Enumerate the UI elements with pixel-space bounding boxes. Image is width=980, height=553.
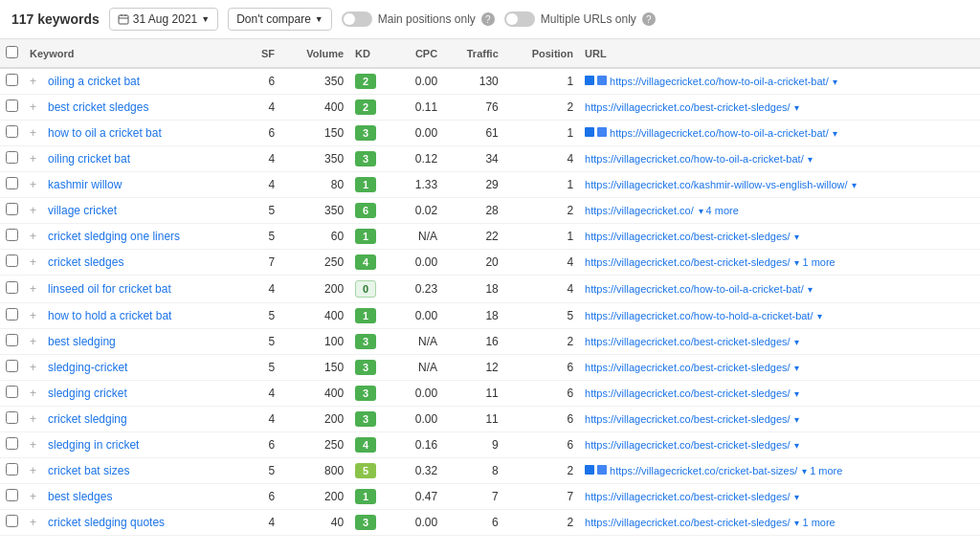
more-urls-link[interactable]: 1 more — [799, 517, 835, 528]
keyword-link[interactable]: linseed oil for cricket bat — [48, 282, 171, 296]
header-volume[interactable]: Volume — [280, 39, 349, 68]
header-cpc[interactable]: CPC — [395, 39, 443, 68]
url-link[interactable]: https://villagecricket.co/kashmir-willow… — [585, 179, 847, 190]
url-link[interactable]: https://villagecricket.co/best-cricket-s… — [585, 439, 791, 451]
main-positions-help-icon[interactable]: ? — [481, 12, 495, 26]
row-expand-button[interactable]: + — [24, 95, 42, 121]
url-dropdown-icon[interactable]: ▾ — [806, 154, 813, 165]
url-dropdown-icon[interactable]: ▾ — [806, 284, 813, 295]
keyword-link[interactable]: how to hold a cricket bat — [48, 309, 171, 322]
more-urls-link[interactable]: 4 more — [703, 205, 739, 216]
url-dropdown-icon[interactable]: ▾ — [815, 311, 823, 321]
keyword-link[interactable]: cricket bat sizes — [48, 464, 129, 477]
row-checkbox[interactable] — [6, 411, 18, 424]
row-expand-button[interactable]: + — [24, 407, 42, 432]
row-expand-button[interactable]: + — [24, 355, 42, 381]
url-dropdown-icon[interactable]: ▾ — [792, 232, 800, 242]
url-link[interactable]: https://villagecricket.co/how-to-oil-a-c… — [585, 283, 804, 295]
row-checkbox[interactable] — [6, 515, 18, 527]
compare-button[interactable]: Don't compare ▼ — [228, 8, 332, 31]
url-dropdown-icon[interactable]: ▾ — [792, 102, 800, 113]
row-expand-button[interactable]: + — [24, 224, 42, 250]
url-dropdown-icon[interactable]: ▾ — [792, 440, 800, 451]
url-link[interactable]: https://villagecricket.co/ — [585, 205, 694, 216]
keyword-link[interactable]: cricket sledges — [48, 255, 123, 269]
keyword-link[interactable]: cricket sledging one liners — [48, 230, 180, 243]
url-link[interactable]: https://villagecricket.co/cricket-bat-si… — [610, 465, 797, 476]
row-checkbox[interactable] — [6, 125, 18, 138]
url-link[interactable]: https://villagecricket.co/how-to-oil-a-c… — [585, 153, 804, 165]
row-expand-button[interactable]: + — [24, 198, 42, 224]
row-expand-button[interactable]: + — [24, 121, 42, 146]
keyword-link[interactable]: best sledges — [48, 490, 112, 503]
row-expand-button[interactable]: + — [24, 432, 42, 458]
header-traffic[interactable]: Traffic — [443, 39, 504, 68]
url-link[interactable]: https://villagecricket.co/best-cricket-s… — [585, 413, 791, 425]
row-checkbox[interactable] — [6, 177, 18, 189]
url-dropdown-icon[interactable]: ▾ — [792, 363, 800, 373]
row-checkbox[interactable] — [6, 203, 18, 215]
row-checkbox[interactable] — [6, 254, 18, 267]
row-checkbox[interactable] — [6, 360, 18, 372]
url-dropdown-icon[interactable]: ▾ — [799, 466, 807, 476]
url-dropdown-icon[interactable]: ▾ — [792, 337, 800, 347]
row-expand-button[interactable]: + — [24, 458, 42, 484]
keyword-link[interactable]: sledging cricket — [48, 387, 127, 400]
row-expand-button[interactable]: + — [24, 484, 42, 510]
row-expand-button[interactable]: + — [24, 146, 42, 172]
keyword-link[interactable]: oiling cricket bat — [48, 152, 130, 166]
header-kd[interactable]: KD — [349, 39, 395, 68]
date-button[interactable]: 31 Aug 2021 ▼ — [109, 8, 218, 31]
row-checkbox[interactable] — [6, 386, 18, 398]
row-checkbox[interactable] — [6, 463, 18, 476]
keyword-link[interactable]: village cricket — [48, 204, 117, 217]
keyword-link[interactable]: cricket sledging — [48, 412, 127, 426]
row-expand-button[interactable]: + — [24, 329, 42, 355]
header-keyword[interactable]: Keyword — [24, 39, 245, 68]
multiple-urls-help-icon[interactable]: ? — [642, 12, 656, 26]
url-link[interactable]: https://villagecricket.co/best-cricket-s… — [585, 101, 791, 113]
url-dropdown-icon[interactable]: ▾ — [850, 180, 858, 190]
url-link[interactable]: https://villagecricket.co/best-cricket-s… — [585, 336, 791, 347]
row-checkbox[interactable] — [6, 100, 18, 112]
url-link[interactable]: https://villagecricket.co/best-cricket-s… — [585, 491, 791, 502]
url-dropdown-icon[interactable]: ▾ — [792, 414, 800, 425]
more-urls-link[interactable]: 1 more — [799, 256, 835, 268]
multiple-urls-toggle[interactable] — [504, 11, 535, 27]
url-dropdown-icon[interactable]: ▾ — [831, 77, 838, 87]
row-expand-button[interactable]: + — [24, 68, 42, 95]
row-checkbox[interactable] — [6, 489, 18, 501]
row-expand-button[interactable]: + — [24, 250, 42, 276]
url-link[interactable]: https://villagecricket.co/how-to-hold-a-… — [585, 310, 813, 321]
url-link[interactable]: https://villagecricket.co/how-to-oil-a-c… — [610, 127, 829, 139]
row-expand-button[interactable]: + — [24, 276, 42, 303]
keyword-link[interactable]: kashmir willow — [48, 178, 122, 191]
url-link[interactable]: https://villagecricket.co/best-cricket-s… — [585, 231, 791, 242]
url-dropdown-icon[interactable]: ▾ — [792, 388, 800, 399]
row-expand-button[interactable]: + — [24, 381, 42, 407]
keyword-link[interactable]: sledging in cricket — [48, 438, 139, 452]
row-expand-button[interactable]: + — [24, 172, 42, 198]
row-checkbox[interactable] — [6, 229, 18, 241]
keyword-link[interactable]: sledging-cricket — [48, 361, 127, 374]
url-link[interactable]: https://villagecricket.co/best-cricket-s… — [585, 517, 791, 528]
keyword-link[interactable]: how to oil a cricket bat — [48, 126, 162, 140]
url-dropdown-icon[interactable]: ▾ — [792, 492, 800, 502]
row-checkbox[interactable] — [6, 308, 18, 321]
header-url[interactable]: URL — [579, 39, 980, 68]
keyword-link[interactable]: cricket sledging quotes — [48, 516, 165, 529]
row-checkbox[interactable] — [6, 281, 18, 294]
url-link[interactable]: https://villagecricket.co/best-cricket-s… — [585, 387, 791, 399]
header-position[interactable]: Position — [504, 39, 579, 68]
keyword-link[interactable]: oiling a cricket bat — [48, 75, 140, 88]
row-checkbox[interactable] — [6, 334, 18, 346]
url-dropdown-icon[interactable]: ▾ — [831, 128, 838, 139]
row-expand-button[interactable]: + — [24, 510, 42, 536]
url-dropdown-icon[interactable]: ▾ — [696, 206, 703, 216]
url-link[interactable]: https://villagecricket.co/best-cricket-s… — [585, 256, 791, 268]
main-positions-toggle[interactable] — [342, 11, 372, 27]
keyword-link[interactable]: best sledging — [48, 335, 116, 348]
url-link[interactable]: https://villagecricket.co/best-cricket-s… — [585, 362, 791, 373]
url-link[interactable]: https://villagecricket.co/how-to-oil-a-c… — [610, 76, 829, 87]
select-all-checkbox[interactable] — [6, 46, 18, 58]
